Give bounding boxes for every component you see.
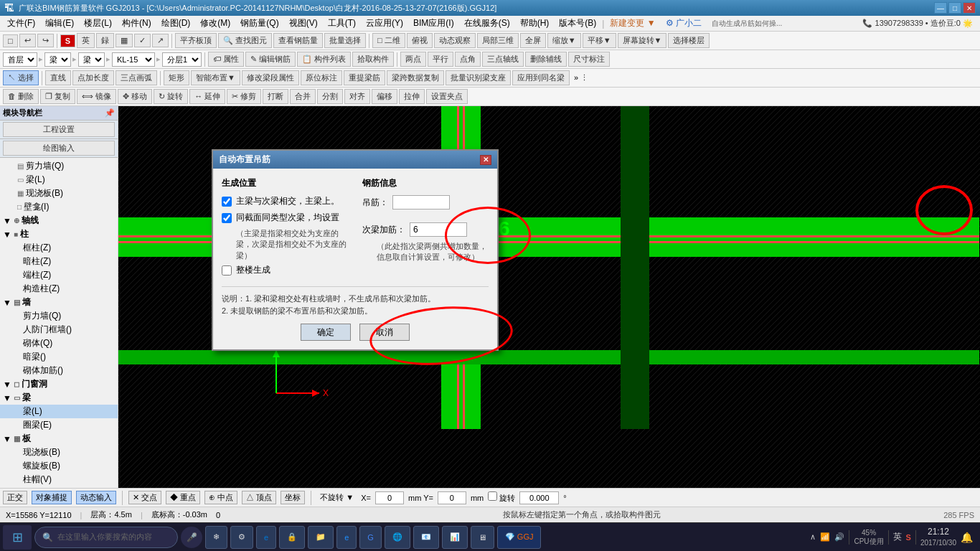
menu-modify[interactable]: 修改(M) [196, 16, 235, 31]
dialog-check1[interactable] [222, 197, 232, 207]
tb-stretch[interactable]: 拉伸 [399, 89, 425, 104]
tb-modify-span[interactable]: 修改梁段属性 [242, 70, 299, 85]
tray-datetime[interactable]: 21:12 2017/10/30 [920, 527, 956, 547]
sidebar-item-slab1[interactable]: ▦ 现浇板(B) [0, 187, 118, 200]
canvas-area[interactable]: 6 X Y [118, 106, 980, 488]
menu-bim[interactable]: BIM应用(I) [409, 16, 458, 31]
tray-lang[interactable]: 英 [893, 531, 902, 543]
tb-top-view[interactable]: 俯视 [407, 33, 433, 48]
menu-newchange[interactable]: 新建变更 ▼ [606, 16, 659, 31]
tb-arrow[interactable]: ↗ [152, 34, 169, 47]
tb-line[interactable]: 直线 [45, 70, 71, 85]
tb-parallel[interactable]: 平行 [428, 52, 453, 67]
sidebar-draw-input[interactable]: 绘图输入 [3, 141, 115, 156]
taskbar-app-ie[interactable]: e [336, 526, 357, 549]
element-name-selector[interactable]: 梁 [78, 52, 105, 67]
tb-voice[interactable]: 英 [77, 33, 95, 48]
tb-offset[interactable]: 偏移 [372, 89, 397, 104]
sidebar-item-masonry[interactable]: 砌体(Q) [0, 336, 118, 350]
status-snap[interactable]: 对象捕捉 [32, 491, 72, 504]
tb-set-grip[interactable]: 设置夹点 [426, 89, 468, 104]
tb-trim[interactable]: ✂ 修剪 [227, 89, 261, 104]
status-x-input[interactable] [375, 491, 404, 504]
menu-element[interactable]: 构件(N) [118, 16, 156, 31]
taskbar-app-snowflake[interactable]: ❄ [205, 526, 227, 549]
taskbar-app-edge[interactable]: e [256, 526, 276, 549]
taskbar-app-security[interactable]: 🔒 [279, 526, 305, 549]
tb-dimension[interactable]: 尺寸标注 [568, 52, 610, 67]
tb-merge[interactable]: 合并 [290, 89, 316, 104]
sidebar-item-cast-slab[interactable]: 现浇板(B) [0, 446, 118, 459]
menu-floor[interactable]: 楼层(L) [80, 16, 116, 31]
menu-draw[interactable]: 绘图(D) [157, 16, 195, 31]
dialog-title[interactable]: 自动布置吊筋 ✕ [213, 151, 497, 169]
tb-point-length[interactable]: 点加长度 [72, 70, 114, 85]
dialog-rebar1-input[interactable] [392, 195, 450, 209]
taskbar-app-ggj[interactable]: 💎 GGJ [497, 526, 542, 549]
tb-select-mode[interactable]: ↖ 选择 [3, 70, 39, 85]
tb-properties[interactable]: 🏷 属性 [208, 52, 244, 67]
status-center[interactable]: ⊕ 中点 [204, 491, 237, 504]
tb-s-logo[interactable]: S [60, 34, 75, 47]
tb-mirror[interactable]: ⟺ 镜像 [77, 89, 116, 104]
menu-version[interactable]: 版本号(B) [555, 16, 600, 31]
taskbar-app-explorer[interactable]: 📁 [308, 526, 334, 549]
sidebar-group-wall[interactable]: ▼▤ 墙 [0, 296, 118, 309]
sidebar-item-beam1[interactable]: ▭ 梁(L) [0, 173, 118, 187]
tb-delete-aux[interactable]: 删除辅线 [525, 52, 567, 67]
tray-notification[interactable]: 🔔 [961, 532, 973, 543]
menu-tool[interactable]: 工具(T) [324, 16, 360, 31]
tb-extend[interactable]: ↔ 延伸 [189, 89, 225, 104]
tb-copy[interactable]: ❐ 复制 [40, 89, 75, 104]
sidebar-item-masonry-bar[interactable]: 砌体加筋() [0, 364, 118, 377]
taskbar-app-mail[interactable]: 📧 [413, 526, 439, 549]
search-bar[interactable]: 🔍 在这里输入你要搜索的内容 [34, 527, 178, 548]
close-btn[interactable]: ✕ [963, 2, 976, 14]
tray-expand[interactable]: ∧ [810, 532, 816, 542]
menu-rebar[interactable]: 钢筋量(Q) [236, 16, 283, 31]
tb-smart-place[interactable]: 智能布置▼ [191, 70, 240, 85]
tray-ime[interactable]: S [906, 533, 911, 542]
tb-new[interactable]: □ [3, 34, 18, 47]
sidebar-item-hidden-beam[interactable]: 暗梁() [0, 350, 118, 364]
toolbar3-more[interactable]: » ⋮ [574, 73, 588, 83]
tb-re-extract[interactable]: 重提梁筋 [344, 70, 385, 85]
menu-cloud[interactable]: 云应用(Y) [362, 16, 407, 31]
taskbar-app-web[interactable]: 🌐 [385, 526, 410, 549]
sidebar-item-construct-col[interactable]: 构造柱(Z) [0, 282, 118, 296]
taskbar-app-settings[interactable]: ⚙ [230, 526, 253, 549]
element-type-selector[interactable]: 梁 [44, 52, 71, 67]
tray-network[interactable]: 📶 [820, 532, 830, 542]
tb-fullscreen[interactable]: 全屏 [520, 33, 546, 48]
sidebar-item-spiral-slab[interactable]: 螺旋板(B) [0, 459, 118, 473]
tb-select-floor[interactable]: 选择楼层 [668, 33, 710, 48]
taskbar-mic[interactable]: 🎤 [181, 527, 202, 548]
dialog-rebar2-input[interactable] [410, 222, 467, 237]
taskbar-app-spreadsheet[interactable]: 📊 [442, 526, 468, 549]
menu-online[interactable]: 在线服务(S) [460, 16, 514, 31]
tb-zoom[interactable]: 缩放▼ [547, 33, 581, 48]
sidebar-item-slab-hole[interactable]: 板洞(N) [0, 486, 118, 488]
sidebar-item-shear-wall1[interactable]: ▤ 剪力墙(Q) [0, 159, 118, 173]
tb-2d[interactable]: □ 二维 [372, 33, 405, 48]
sidebar-item-end-col[interactable]: 端柱(Z) [0, 268, 118, 282]
tb-apply-same-name[interactable]: 应用到同名梁 [512, 70, 570, 85]
tb-grid[interactable]: ▦ [116, 34, 133, 47]
sidebar-group-column[interactable]: ▼■ 柱 [0, 227, 118, 241]
layer-selector[interactable]: 分层1 [162, 52, 202, 67]
tb-delete[interactable]: 🗑 删除 [3, 89, 39, 104]
sidebar-item-ring-beam[interactable]: 圈梁(E) [0, 418, 118, 432]
tb-annotate[interactable]: 原位标注 [301, 70, 342, 85]
tb-pick-element[interactable]: 拾取构件 [352, 52, 394, 67]
dialog-check3[interactable] [222, 265, 232, 276]
sidebar-item-beam2[interactable]: 梁(L) [0, 405, 118, 418]
tb-align-top[interactable]: 平齐板顶 [175, 33, 217, 48]
sidebar-item-civil-wall[interactable]: 人防门框墙() [0, 323, 118, 336]
sidebar-item-niche[interactable]: □ 壁龛(I) [0, 200, 118, 214]
sidebar-group-slab[interactable]: ▼▦ 板 [0, 432, 118, 446]
sidebar-project-settings[interactable]: 工程设置 [3, 122, 115, 137]
status-vertex[interactable]: △ 顶点 [242, 491, 276, 504]
status-rotate-input[interactable] [519, 491, 559, 504]
tb-redo[interactable]: ↪ [37, 34, 54, 47]
tb-two-point[interactable]: 两点 [400, 52, 426, 67]
